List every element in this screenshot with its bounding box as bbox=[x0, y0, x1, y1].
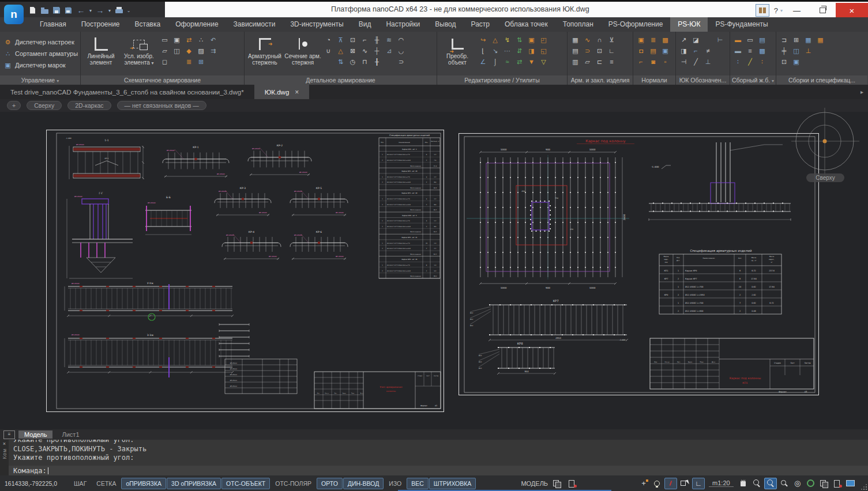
status-toggle-3D оПРИВЯЗКА[interactable]: 3D оПРИВЯЗКА bbox=[167, 478, 221, 489]
ribbon-tool-icon[interactable]: ▬ bbox=[732, 35, 744, 46]
status-toggle-СЕТКА[interactable]: СЕТКА bbox=[92, 478, 121, 489]
view-pill[interactable]: — нет связанных видов — bbox=[117, 101, 206, 110]
ribbon-tool-icon[interactable]: ▣ bbox=[790, 56, 802, 67]
ribbon-tab-Главная[interactable]: Главная bbox=[32, 17, 74, 32]
ribbon-tool-icon[interactable]: ◡ bbox=[395, 46, 407, 56]
ribbon-tool-icon[interactable]: ▱ bbox=[581, 56, 593, 67]
doc-tab-inactive[interactable]: Test drive_nanoCAD Фундаменты_3_6_столб … bbox=[0, 85, 254, 99]
ribbon-tool-icon[interactable]: ↶ bbox=[207, 35, 219, 46]
ribbon-tool-icon[interactable]: ▩ bbox=[756, 46, 768, 56]
recording-indicator-icon[interactable] bbox=[664, 478, 677, 489]
status-toggle-оПРИВЯЗКА[interactable]: оПРИВЯЗКА bbox=[121, 478, 166, 489]
ribbon-tool-icon[interactable]: ▬ bbox=[732, 46, 744, 56]
ribbon-tool-icon[interactable]: ◠ bbox=[395, 35, 407, 46]
ribbon-tool-icon[interactable]: ≡ bbox=[744, 46, 756, 56]
ribbon-tool-icon[interactable]: ∩ bbox=[593, 35, 606, 46]
ribbon-tool-icon[interactable]: ⇅ bbox=[335, 56, 347, 67]
ribbon-tool-icon[interactable]: ▦ bbox=[569, 35, 581, 46]
ribbon-tool-icon[interactable]: ╱ bbox=[744, 56, 756, 67]
ribbon-tool-icon[interactable]: ⊓ bbox=[359, 56, 371, 67]
ribbon-tool-icon[interactable]: ╱ bbox=[690, 56, 702, 67]
ribbon-tool-icon[interactable]: ≡ bbox=[606, 56, 618, 67]
ribbon-tab-Настройки[interactable]: Настройки bbox=[378, 17, 427, 32]
status-circle-icon[interactable] bbox=[805, 478, 817, 489]
ribbon-tool-icon[interactable]: ≈ bbox=[501, 56, 513, 67]
ribbon-tool-icon[interactable]: ↗ bbox=[678, 35, 690, 46]
ribbon-tool-icon[interactable]: ◱ bbox=[538, 46, 550, 56]
print-icon[interactable] bbox=[114, 6, 124, 16]
ribbon-tool-icon[interactable]: ◫ bbox=[790, 46, 802, 56]
ribbon-tool-icon[interactable]: ◘ bbox=[635, 46, 647, 56]
ribbon-tool-icon[interactable]: ↯ bbox=[501, 35, 513, 46]
drawing-canvas[interactable]: + Сверху2D-каркас— нет связанных видов —… bbox=[0, 99, 868, 429]
ribbon-tool-icon[interactable]: ◔ bbox=[322, 35, 335, 46]
ribbon-tool-icon[interactable]: ▣ bbox=[171, 35, 183, 46]
ribbon-tool-icon[interactable]: ⌐ bbox=[635, 56, 647, 67]
ribbon-tool-icon[interactable]: ⊃ bbox=[581, 46, 593, 56]
zoom-window-icon[interactable] bbox=[764, 478, 777, 489]
zoom-extents-icon[interactable] bbox=[779, 478, 790, 489]
lightbulb-icon[interactable] bbox=[651, 478, 663, 489]
doc-tab-active[interactable]: ЮК.dwg × bbox=[254, 85, 310, 99]
ribbon-tool-icon[interactable]: ◆ bbox=[183, 46, 195, 56]
pan-icon[interactable] bbox=[738, 478, 749, 489]
redo-dropdown-icon[interactable]: ▾ bbox=[107, 8, 112, 13]
panel-caption[interactable]: Арм. и закл. изделия bbox=[568, 75, 633, 85]
ribbon-tool-icon[interactable]: ▦ bbox=[814, 35, 826, 46]
ribbon-tab-Топоплан[interactable]: Топоплан bbox=[555, 17, 601, 32]
panel-caption[interactable]: Редактирование / Утилиты bbox=[437, 75, 567, 85]
symbolic-element-button[interactable]: Усл. изобр. элемента ▾ bbox=[121, 33, 157, 73]
model-space-label[interactable]: МОДЕЛЬ bbox=[521, 480, 548, 487]
status-toggle-ШТРИХОВКА[interactable]: ШТРИХОВКА bbox=[429, 478, 476, 489]
ribbon-tool-icon[interactable]: ▤ bbox=[647, 46, 659, 56]
ribbon-tab-PS-Фундаменты[interactable]: PS-Фундаменты bbox=[708, 17, 775, 32]
panel-caption[interactable]: Управление ▾ bbox=[0, 75, 80, 85]
ribbon-tool-icon[interactable]: ▭ bbox=[744, 35, 756, 46]
ribbon-tab-Вставка[interactable]: Вставка bbox=[127, 17, 168, 32]
command-history[interactable]: Укажите противоположный угол:CLOSE,ЗАКРЫ… bbox=[9, 440, 868, 466]
panel-caption[interactable]: Детальное армирование bbox=[245, 75, 437, 85]
scale-button[interactable]: m1:20 bbox=[709, 479, 734, 487]
qat-customize-icon[interactable]: ⌄ bbox=[126, 8, 131, 13]
ribbon-tool-icon[interactable]: ⊐ bbox=[778, 35, 790, 46]
ribbon-tool-icon[interactable]: ⊥ bbox=[702, 56, 714, 67]
linear-element-button[interactable]: Линейный элемент bbox=[82, 33, 119, 73]
ribbon-tool-icon[interactable]: ≋ bbox=[383, 35, 395, 46]
ribbon-tab-Зависимости[interactable]: Зависимости bbox=[226, 17, 283, 32]
ribbon-tab-Вид[interactable]: Вид bbox=[351, 17, 379, 32]
ribbon-tool-icon[interactable]: ⇄ bbox=[513, 56, 525, 67]
ribbon-tool-icon[interactable]: ⊃ bbox=[395, 56, 407, 67]
undo-icon[interactable]: ← bbox=[76, 6, 86, 16]
minimize-button[interactable]: — bbox=[784, 3, 810, 18]
status-toggle-ВЕС[interactable]: ВЕС bbox=[407, 478, 429, 489]
zoom-icon[interactable] bbox=[751, 478, 762, 489]
ribbon-tool-icon[interactable]: ∿ bbox=[359, 46, 371, 56]
ribbon-tool-icon[interactable]: ⊡ bbox=[778, 56, 790, 67]
ribbon-tool-icon[interactable]: ↪ bbox=[477, 35, 489, 46]
ribbon-tool-icon[interactable]: ∿ bbox=[581, 35, 593, 46]
status-toggle-ОТС-ОБЪЕКТ[interactable]: ОТС-ОБЪЕКТ bbox=[221, 478, 270, 489]
ribbon-tool-icon[interactable]: ▥ bbox=[569, 56, 581, 67]
layout-switch-icon[interactable] bbox=[551, 478, 563, 489]
ribbon-item-Сортамент арматуры[interactable]: ∴Сортамент арматуры bbox=[2, 49, 78, 59]
ribbon-tool-icon[interactable]: ▽ bbox=[538, 56, 550, 67]
save-as-icon[interactable] bbox=[64, 6, 74, 16]
ribbon-tool-icon[interactable]: ⊞ bbox=[790, 35, 802, 46]
layout-list-icon[interactable]: ≡ bbox=[3, 430, 15, 439]
panel-caption[interactable]: Сборки и спецификац... bbox=[776, 75, 867, 85]
status-toggle-ИЗО[interactable]: ИЗО bbox=[384, 478, 406, 489]
selection-settings-icon[interactable] bbox=[638, 478, 649, 489]
ribbon-tool-icon[interactable]: ⌡ bbox=[489, 56, 501, 67]
rebar-section-button[interactable]: Сечение арм. стержня bbox=[284, 33, 321, 73]
ribbon-tab-PS-Оформление[interactable]: PS-Оформление bbox=[601, 17, 671, 32]
ribbon-tab-Вывод[interactable]: Вывод bbox=[427, 17, 463, 32]
ribbon-tool-icon[interactable]: ⇄ bbox=[183, 35, 195, 46]
ribbon-tool-icon[interactable]: ⋯ bbox=[501, 46, 513, 56]
orbit-icon[interactable] bbox=[792, 478, 803, 489]
ribbon-tool-icon[interactable]: ⊡ bbox=[347, 35, 359, 46]
ribbon-tool-icon[interactable]: ⊣ bbox=[678, 56, 690, 67]
view-pill[interactable]: 2D-каркас bbox=[67, 101, 111, 110]
ribbon-tool-icon[interactable]: ⌐ bbox=[690, 46, 702, 56]
ribbon-tab-Облака точек[interactable]: Облака точек bbox=[497, 17, 555, 32]
ribbon-tool-icon[interactable]: ⊻ bbox=[606, 35, 618, 46]
